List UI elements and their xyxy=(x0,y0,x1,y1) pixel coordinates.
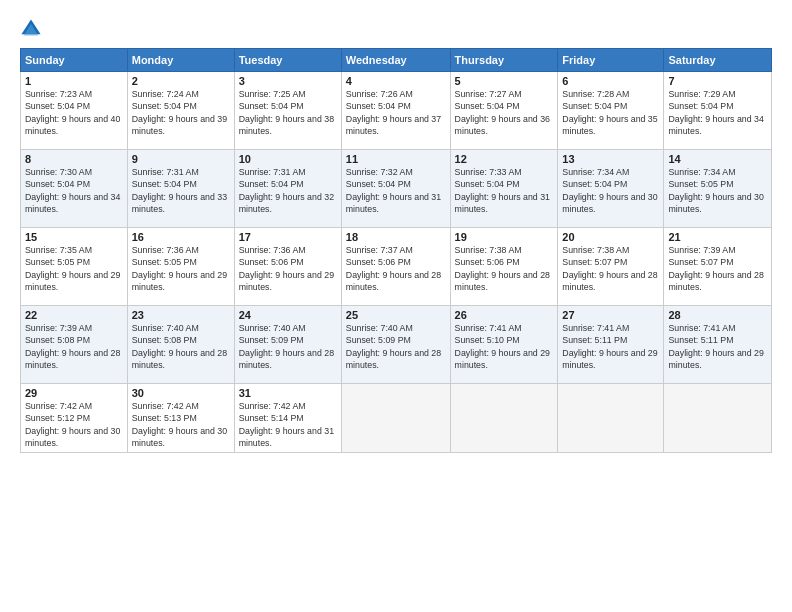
day-info: Sunrise: 7:41 AMSunset: 5:11 PMDaylight:… xyxy=(668,322,767,371)
calendar-week-row: 1Sunrise: 7:23 AMSunset: 5:04 PMDaylight… xyxy=(21,72,772,150)
calendar-header-monday: Monday xyxy=(127,49,234,72)
calendar-cell xyxy=(341,384,450,453)
calendar-cell: 31Sunrise: 7:42 AMSunset: 5:14 PMDayligh… xyxy=(234,384,341,453)
calendar-cell: 6Sunrise: 7:28 AMSunset: 5:04 PMDaylight… xyxy=(558,72,664,150)
day-number: 9 xyxy=(132,153,230,165)
day-number: 2 xyxy=(132,75,230,87)
day-info: Sunrise: 7:40 AMSunset: 5:09 PMDaylight:… xyxy=(239,322,337,371)
day-info: Sunrise: 7:42 AMSunset: 5:13 PMDaylight:… xyxy=(132,400,230,449)
calendar-cell: 27Sunrise: 7:41 AMSunset: 5:11 PMDayligh… xyxy=(558,306,664,384)
day-info: Sunrise: 7:36 AMSunset: 5:06 PMDaylight:… xyxy=(239,244,337,293)
calendar-cell: 14Sunrise: 7:34 AMSunset: 5:05 PMDayligh… xyxy=(664,150,772,228)
day-info: Sunrise: 7:33 AMSunset: 5:04 PMDaylight:… xyxy=(455,166,554,215)
day-info: Sunrise: 7:35 AMSunset: 5:05 PMDaylight:… xyxy=(25,244,123,293)
day-info: Sunrise: 7:25 AMSunset: 5:04 PMDaylight:… xyxy=(239,88,337,137)
day-info: Sunrise: 7:31 AMSunset: 5:04 PMDaylight:… xyxy=(132,166,230,215)
calendar-cell: 10Sunrise: 7:31 AMSunset: 5:04 PMDayligh… xyxy=(234,150,341,228)
calendar-cell: 5Sunrise: 7:27 AMSunset: 5:04 PMDaylight… xyxy=(450,72,558,150)
day-info: Sunrise: 7:38 AMSunset: 5:07 PMDaylight:… xyxy=(562,244,659,293)
day-info: Sunrise: 7:39 AMSunset: 5:07 PMDaylight:… xyxy=(668,244,767,293)
calendar-cell: 29Sunrise: 7:42 AMSunset: 5:12 PMDayligh… xyxy=(21,384,128,453)
calendar-header-thursday: Thursday xyxy=(450,49,558,72)
calendar-cell: 2Sunrise: 7:24 AMSunset: 5:04 PMDaylight… xyxy=(127,72,234,150)
day-info: Sunrise: 7:40 AMSunset: 5:09 PMDaylight:… xyxy=(346,322,446,371)
calendar-cell: 19Sunrise: 7:38 AMSunset: 5:06 PMDayligh… xyxy=(450,228,558,306)
day-info: Sunrise: 7:41 AMSunset: 5:11 PMDaylight:… xyxy=(562,322,659,371)
day-number: 8 xyxy=(25,153,123,165)
day-number: 24 xyxy=(239,309,337,321)
calendar-cell: 7Sunrise: 7:29 AMSunset: 5:04 PMDaylight… xyxy=(664,72,772,150)
day-number: 23 xyxy=(132,309,230,321)
calendar-week-row: 22Sunrise: 7:39 AMSunset: 5:08 PMDayligh… xyxy=(21,306,772,384)
day-info: Sunrise: 7:26 AMSunset: 5:04 PMDaylight:… xyxy=(346,88,446,137)
day-number: 10 xyxy=(239,153,337,165)
day-info: Sunrise: 7:36 AMSunset: 5:05 PMDaylight:… xyxy=(132,244,230,293)
calendar-cell: 26Sunrise: 7:41 AMSunset: 5:10 PMDayligh… xyxy=(450,306,558,384)
day-number: 27 xyxy=(562,309,659,321)
calendar-header-sunday: Sunday xyxy=(21,49,128,72)
calendar-cell: 11Sunrise: 7:32 AMSunset: 5:04 PMDayligh… xyxy=(341,150,450,228)
calendar-header-wednesday: Wednesday xyxy=(341,49,450,72)
day-number: 4 xyxy=(346,75,446,87)
calendar-cell xyxy=(450,384,558,453)
calendar-cell: 25Sunrise: 7:40 AMSunset: 5:09 PMDayligh… xyxy=(341,306,450,384)
calendar-cell: 24Sunrise: 7:40 AMSunset: 5:09 PMDayligh… xyxy=(234,306,341,384)
day-info: Sunrise: 7:27 AMSunset: 5:04 PMDaylight:… xyxy=(455,88,554,137)
calendar-cell xyxy=(558,384,664,453)
calendar-cell: 16Sunrise: 7:36 AMSunset: 5:05 PMDayligh… xyxy=(127,228,234,306)
calendar-week-row: 29Sunrise: 7:42 AMSunset: 5:12 PMDayligh… xyxy=(21,384,772,453)
day-number: 29 xyxy=(25,387,123,399)
day-info: Sunrise: 7:38 AMSunset: 5:06 PMDaylight:… xyxy=(455,244,554,293)
calendar-cell: 17Sunrise: 7:36 AMSunset: 5:06 PMDayligh… xyxy=(234,228,341,306)
day-number: 18 xyxy=(346,231,446,243)
day-number: 22 xyxy=(25,309,123,321)
calendar-cell: 15Sunrise: 7:35 AMSunset: 5:05 PMDayligh… xyxy=(21,228,128,306)
calendar-header-tuesday: Tuesday xyxy=(234,49,341,72)
day-number: 1 xyxy=(25,75,123,87)
calendar-cell: 30Sunrise: 7:42 AMSunset: 5:13 PMDayligh… xyxy=(127,384,234,453)
day-info: Sunrise: 7:29 AMSunset: 5:04 PMDaylight:… xyxy=(668,88,767,137)
calendar-cell: 22Sunrise: 7:39 AMSunset: 5:08 PMDayligh… xyxy=(21,306,128,384)
calendar-cell: 3Sunrise: 7:25 AMSunset: 5:04 PMDaylight… xyxy=(234,72,341,150)
day-info: Sunrise: 7:32 AMSunset: 5:04 PMDaylight:… xyxy=(346,166,446,215)
calendar-cell: 23Sunrise: 7:40 AMSunset: 5:08 PMDayligh… xyxy=(127,306,234,384)
day-number: 16 xyxy=(132,231,230,243)
day-info: Sunrise: 7:42 AMSunset: 5:14 PMDaylight:… xyxy=(239,400,337,449)
day-info: Sunrise: 7:28 AMSunset: 5:04 PMDaylight:… xyxy=(562,88,659,137)
day-info: Sunrise: 7:30 AMSunset: 5:04 PMDaylight:… xyxy=(25,166,123,215)
page: SundayMondayTuesdayWednesdayThursdayFrid… xyxy=(0,0,792,612)
calendar-cell: 18Sunrise: 7:37 AMSunset: 5:06 PMDayligh… xyxy=(341,228,450,306)
day-number: 5 xyxy=(455,75,554,87)
day-number: 6 xyxy=(562,75,659,87)
calendar-cell xyxy=(664,384,772,453)
day-number: 26 xyxy=(455,309,554,321)
calendar-cell: 1Sunrise: 7:23 AMSunset: 5:04 PMDaylight… xyxy=(21,72,128,150)
day-number: 28 xyxy=(668,309,767,321)
day-info: Sunrise: 7:39 AMSunset: 5:08 PMDaylight:… xyxy=(25,322,123,371)
calendar-header-row: SundayMondayTuesdayWednesdayThursdayFrid… xyxy=(21,49,772,72)
calendar-cell: 8Sunrise: 7:30 AMSunset: 5:04 PMDaylight… xyxy=(21,150,128,228)
day-number: 3 xyxy=(239,75,337,87)
day-info: Sunrise: 7:24 AMSunset: 5:04 PMDaylight:… xyxy=(132,88,230,137)
calendar-cell: 20Sunrise: 7:38 AMSunset: 5:07 PMDayligh… xyxy=(558,228,664,306)
day-info: Sunrise: 7:31 AMSunset: 5:04 PMDaylight:… xyxy=(239,166,337,215)
day-number: 21 xyxy=(668,231,767,243)
day-info: Sunrise: 7:41 AMSunset: 5:10 PMDaylight:… xyxy=(455,322,554,371)
calendar-cell: 13Sunrise: 7:34 AMSunset: 5:04 PMDayligh… xyxy=(558,150,664,228)
day-info: Sunrise: 7:40 AMSunset: 5:08 PMDaylight:… xyxy=(132,322,230,371)
calendar-cell: 12Sunrise: 7:33 AMSunset: 5:04 PMDayligh… xyxy=(450,150,558,228)
day-info: Sunrise: 7:37 AMSunset: 5:06 PMDaylight:… xyxy=(346,244,446,293)
calendar-header-saturday: Saturday xyxy=(664,49,772,72)
day-number: 7 xyxy=(668,75,767,87)
day-info: Sunrise: 7:23 AMSunset: 5:04 PMDaylight:… xyxy=(25,88,123,137)
day-number: 12 xyxy=(455,153,554,165)
day-number: 14 xyxy=(668,153,767,165)
day-number: 30 xyxy=(132,387,230,399)
calendar-cell: 28Sunrise: 7:41 AMSunset: 5:11 PMDayligh… xyxy=(664,306,772,384)
calendar-cell: 4Sunrise: 7:26 AMSunset: 5:04 PMDaylight… xyxy=(341,72,450,150)
day-number: 11 xyxy=(346,153,446,165)
day-number: 17 xyxy=(239,231,337,243)
calendar-cell: 9Sunrise: 7:31 AMSunset: 5:04 PMDaylight… xyxy=(127,150,234,228)
logo-icon xyxy=(20,18,42,40)
calendar-week-row: 15Sunrise: 7:35 AMSunset: 5:05 PMDayligh… xyxy=(21,228,772,306)
